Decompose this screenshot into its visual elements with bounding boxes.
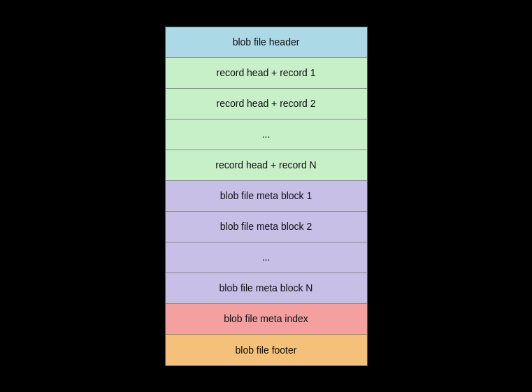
row-blob-file-header: blob file header <box>166 27 367 58</box>
row-record-ellipsis: ... <box>166 119 367 150</box>
row-record-head-2: record head + record 2 <box>166 89 367 119</box>
row-blob-meta-index: blob file meta index <box>166 304 367 335</box>
row-blob-meta-block-1: blob file meta block 1 <box>166 181 367 212</box>
row-blob-meta-block-2: blob file meta block 2 <box>166 212 367 242</box>
row-record-head-n: record head + record N <box>166 150 367 181</box>
blob-file-diagram: blob file headerrecord head + record 1re… <box>165 27 368 366</box>
row-record-head-1: record head + record 1 <box>166 58 367 89</box>
row-blob-meta-block-n: blob file meta block N <box>166 273 367 304</box>
row-blob-file-footer: blob file footer <box>166 335 367 365</box>
row-blob-meta-ellipsis: ... <box>166 242 367 273</box>
